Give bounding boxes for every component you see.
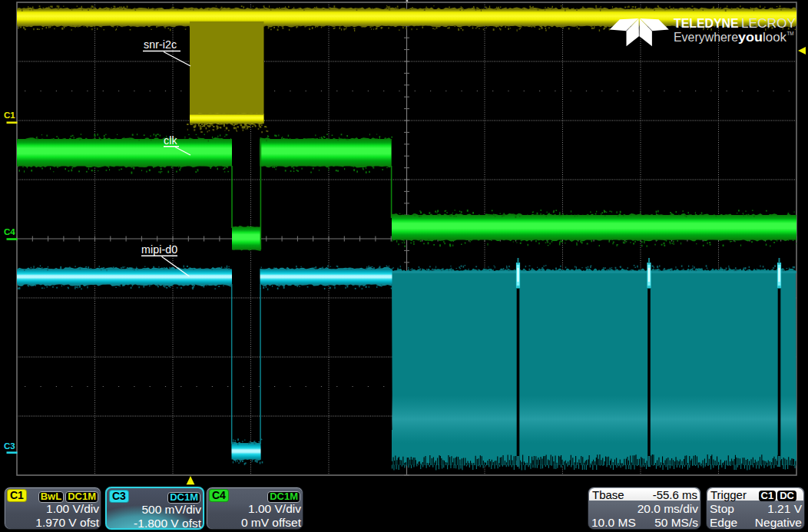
svg-text:LECROY: LECROY xyxy=(741,16,796,30)
svg-text:snr-i2c: snr-i2c xyxy=(144,38,177,51)
svg-text:C1: C1 xyxy=(4,111,15,120)
svg-text:mipi-d0: mipi-d0 xyxy=(141,243,177,256)
svg-text:C3: C3 xyxy=(4,441,15,451)
svg-text:TELEDYNE: TELEDYNE xyxy=(674,16,739,31)
svg-text:C4: C4 xyxy=(4,227,15,236)
svg-text:Everywhere: Everywhere xyxy=(674,31,738,44)
svg-text:TM: TM xyxy=(787,31,794,36)
svg-text:you: you xyxy=(738,31,763,44)
svg-text:look: look xyxy=(763,31,786,44)
svg-text:clk: clk xyxy=(164,134,177,147)
